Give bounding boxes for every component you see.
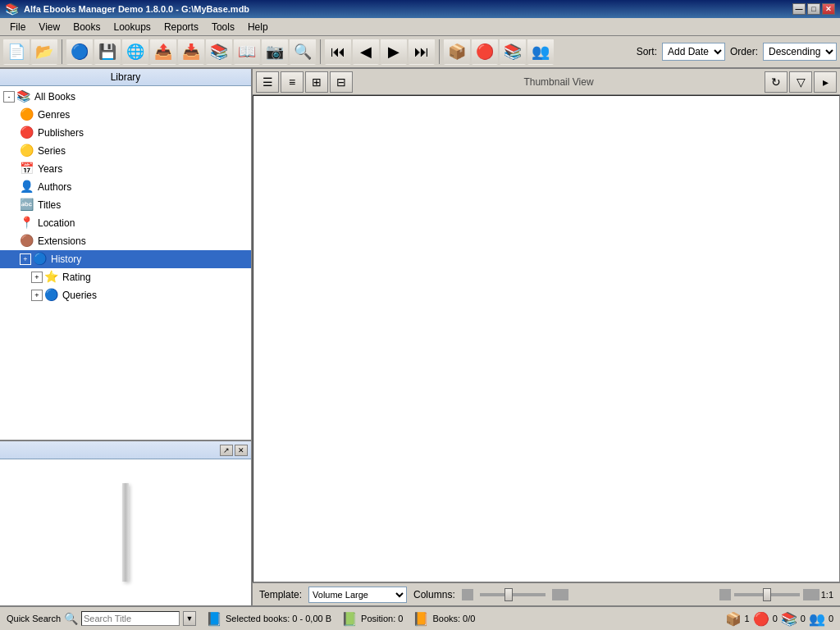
series-icon: 🟡: [20, 144, 34, 158]
tb-users[interactable]: 👥: [527, 39, 554, 65]
zoom-slider-thumb: [763, 588, 771, 601]
status-count1: 1: [745, 614, 750, 623]
preview-close-btn[interactable]: ✕: [235, 445, 248, 456]
tree-item-all-books[interactable]: - 📚 All Books: [0, 88, 251, 106]
expand-all-books[interactable]: -: [3, 91, 15, 103]
tree-item-years[interactable]: 📅 Years: [0, 160, 251, 178]
menu-bar: File View Books Lookups Reports Tools He…: [0, 18, 840, 36]
tb-next[interactable]: ▶: [381, 39, 407, 65]
view-details-btn[interactable]: ☰: [256, 71, 279, 93]
tb-btn5[interactable]: 🌐: [122, 39, 148, 65]
tb-btn10[interactable]: 📷: [262, 39, 288, 65]
tree-item-queries[interactable]: + 🔵 Queries: [0, 286, 251, 304]
quicksearch-icon: 🔍: [64, 612, 78, 625]
tree-item-genres[interactable]: 🟠 Genres: [0, 106, 251, 124]
order-select[interactable]: Descending Ascending: [763, 43, 837, 61]
search-dropdown-btn[interactable]: ▼: [183, 611, 196, 626]
minimize-button[interactable]: —: [792, 3, 806, 15]
sort-select[interactable]: Add Date Title Author Year: [662, 43, 725, 61]
view-list-btn[interactable]: ≡: [281, 71, 304, 93]
tb-btn3[interactable]: 🔵: [66, 39, 93, 65]
template-label: Template:: [259, 589, 302, 600]
window-controls: — □ ✕: [792, 3, 835, 15]
status-icon3: 📚: [781, 611, 797, 627]
tb-first[interactable]: ⏮: [325, 39, 351, 65]
tb-open[interactable]: 📂: [31, 39, 57, 65]
authors-icon: 👤: [20, 180, 34, 194]
status-icon1: 📦: [725, 611, 742, 627]
status-icon2: 🔴: [753, 611, 769, 627]
tb-btn9[interactable]: 📖: [234, 39, 260, 65]
tb-last[interactable]: ⏭: [409, 39, 435, 65]
status-icon-area: 📦 1 🔴 0 📚 0 👥 0: [725, 611, 834, 627]
rating-label: Rating: [62, 272, 91, 283]
extensions-label: Extensions: [38, 235, 86, 247]
menu-help[interactable]: Help: [241, 18, 275, 35]
tree-item-publishers[interactable]: 🔴 Publishers: [0, 124, 251, 142]
menu-books[interactable]: Books: [66, 18, 107, 35]
preview-restore-btn[interactable]: ↗: [220, 445, 233, 456]
view-large-btn[interactable]: ⊟: [330, 71, 353, 93]
filter-btn[interactable]: ▽: [789, 71, 812, 93]
tree-item-location[interactable]: 📍 Location: [0, 214, 251, 232]
position-area: 📗 Position: 0: [341, 611, 403, 627]
books-count-text: Books: 0/0: [432, 614, 475, 623]
tb-sep2: [320, 39, 321, 64]
search-input[interactable]: [81, 611, 180, 626]
queries-label: Queries: [62, 290, 97, 301]
tree-item-rating[interactable]: + ⭐ Rating: [0, 268, 251, 286]
titles-icon: 🔤: [20, 198, 34, 212]
zoom-max-icon: [803, 589, 819, 600]
window-title: Alfa Ebooks Manager Demo 1.8.0.0 - G:\My…: [24, 4, 792, 14]
publishers-label: Publishers: [38, 127, 84, 139]
expand-rating[interactable]: +: [31, 272, 43, 283]
tb-box1[interactable]: 📦: [444, 39, 470, 65]
menu-file[interactable]: File: [3, 18, 32, 35]
tree-item-authors[interactable]: 👤 Authors: [0, 178, 251, 196]
genres-icon: 🟠: [20, 107, 34, 122]
view-grid-btn[interactable]: ⊞: [305, 71, 328, 93]
zoom-slider[interactable]: [734, 593, 800, 596]
tb-box2[interactable]: 🔴: [472, 39, 498, 65]
maximize-button[interactable]: □: [807, 3, 820, 15]
settings-btn[interactable]: ▸: [814, 71, 837, 93]
quicksearch-area: Quick Search 🔍 ▼: [7, 611, 196, 626]
columns-label: Columns:: [413, 589, 455, 600]
tree-item-series[interactable]: 🟡 Series: [0, 142, 251, 160]
col-max-icon: [552, 589, 568, 600]
order-label: Order:: [730, 46, 758, 57]
tree-item-extensions[interactable]: 🟤 Extensions: [0, 232, 251, 250]
menu-tools[interactable]: Tools: [205, 18, 241, 35]
position-icon: 📗: [341, 611, 358, 627]
status-icon4: 👥: [809, 611, 825, 627]
tb-btn11[interactable]: 🔍: [290, 39, 316, 65]
library-tree: - 📚 All Books 🟠 Genres 🔴 Publishers 🟡: [0, 86, 251, 440]
preview-header: ↗ ✕: [0, 441, 251, 459]
columns-slider[interactable]: [480, 593, 546, 596]
tb-prev[interactable]: ◀: [353, 39, 379, 65]
expand-queries[interactable]: +: [31, 290, 43, 301]
tb-books[interactable]: 📚: [500, 39, 526, 65]
tree-item-titles[interactable]: 🔤 Titles: [0, 196, 251, 214]
title-bar: 📚 Alfa Ebooks Manager Demo 1.8.0.0 - G:\…: [0, 0, 840, 18]
preview-panel: ↗ ✕: [0, 441, 251, 605]
tree-item-history[interactable]: + 🔵 History: [0, 250, 251, 268]
menu-reports[interactable]: Reports: [158, 18, 205, 35]
tb-btn7[interactable]: 📥: [178, 39, 204, 65]
content-area: [253, 95, 840, 582]
menu-view[interactable]: View: [32, 18, 66, 35]
zoom-min-icon: [719, 589, 731, 600]
menu-lookups[interactable]: Lookups: [107, 18, 158, 35]
tb-btn6[interactable]: 📤: [150, 39, 176, 65]
tb-sep1: [62, 39, 62, 64]
tb-btn4[interactable]: 💾: [94, 39, 121, 65]
template-select[interactable]: Volume Large Volume Small Cover Only Det…: [308, 587, 407, 603]
all-books-label: All Books: [34, 91, 75, 103]
close-button[interactable]: ✕: [822, 3, 835, 15]
location-label: Location: [38, 217, 75, 229]
refresh-btn[interactable]: ↻: [765, 71, 788, 93]
expand-history[interactable]: +: [20, 253, 31, 265]
tb-btn8[interactable]: 📚: [206, 39, 232, 65]
template-bar: Template: Volume Large Volume Small Cove…: [253, 582, 840, 605]
tb-new[interactable]: 📄: [3, 39, 30, 65]
